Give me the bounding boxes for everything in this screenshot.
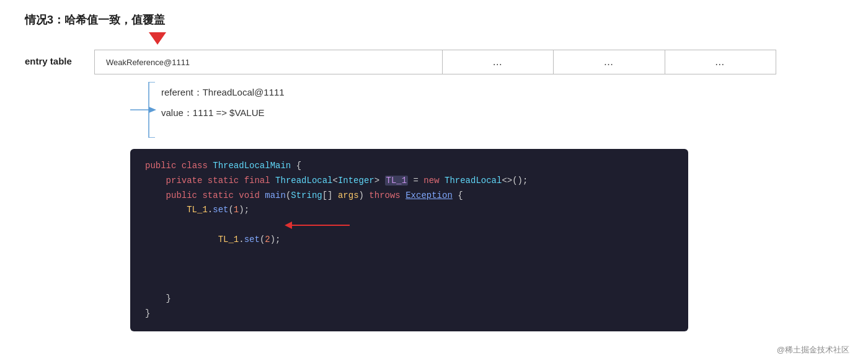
code-line-4: TL_1.set(1); bbox=[145, 203, 673, 218]
detail-line-2: value：1111 => $VALUE bbox=[161, 107, 285, 119]
code-line-1: public class ThreadLocalMain { bbox=[145, 159, 673, 174]
down-arrow-icon bbox=[149, 32, 166, 45]
table-row: WeakReference@1111 … … … bbox=[95, 50, 776, 74]
page-container: 情况3：哈希值一致，值覆盖 entry table WeakReference@… bbox=[0, 0, 868, 363]
code-line-7: } bbox=[145, 307, 673, 321]
svg-marker-4 bbox=[149, 107, 156, 113]
entry-table-label: entry table bbox=[25, 50, 87, 66]
watermark: @稀土掘金技术社区 bbox=[777, 344, 849, 356]
entry-table: WeakReference@1111 … … … bbox=[94, 50, 776, 74]
code-line-5: TL_1.set(2); bbox=[145, 218, 673, 292]
entry-table-section: entry table WeakReference@1111 … … … bbox=[25, 50, 843, 74]
detail-line-1: referent：ThreadLocal@1111 bbox=[161, 87, 285, 99]
svg-marker-6 bbox=[285, 222, 292, 229]
table-cell-dots-2: … bbox=[554, 50, 665, 74]
detail-section: referent：ThreadLocal@1111 value：1111 => … bbox=[130, 82, 843, 138]
table-cell-dots-3: … bbox=[665, 50, 776, 74]
table-cell-dots-1: … bbox=[443, 50, 554, 74]
code-line-2: private static final ThreadLocal<Integer… bbox=[145, 174, 673, 189]
red-arrow-icon bbox=[278, 219, 353, 231]
bracket-arrow-icon bbox=[130, 82, 161, 138]
table-cell-reference: WeakReference@1111 bbox=[95, 50, 443, 74]
page-title: 情况3：哈希值一致，值覆盖 bbox=[25, 12, 843, 27]
code-line-6: } bbox=[145, 292, 673, 307]
detail-text: referent：ThreadLocal@1111 value：1111 => … bbox=[161, 82, 285, 119]
code-block: public class ThreadLocalMain { private s… bbox=[130, 149, 688, 331]
code-line-3: public static void main(String[] args) t… bbox=[145, 189, 673, 204]
table-wrapper: WeakReference@1111 … … … bbox=[94, 50, 776, 74]
down-arrow-section bbox=[149, 32, 843, 45]
